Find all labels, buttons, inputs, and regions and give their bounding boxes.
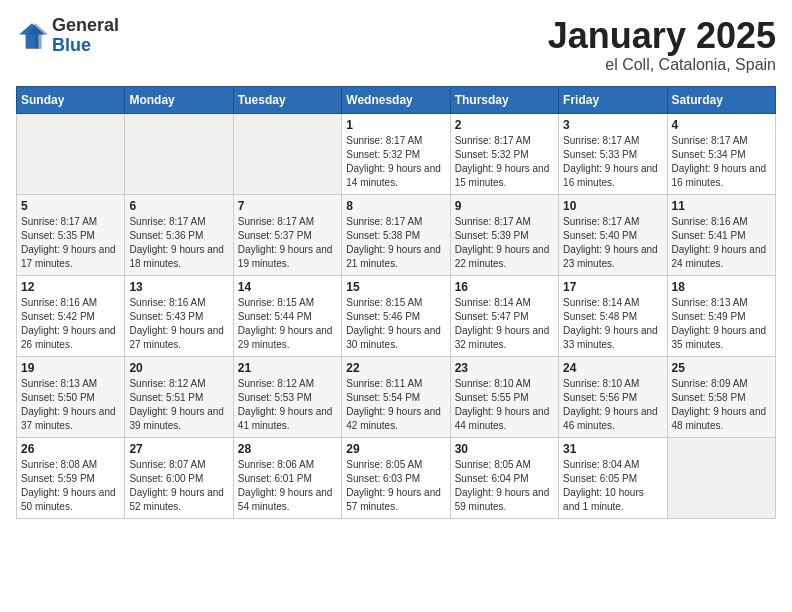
day-number: 16 [455, 280, 554, 294]
weekday-header-wednesday: Wednesday [342, 86, 450, 113]
weekday-header-row: SundayMondayTuesdayWednesdayThursdayFrid… [17, 86, 776, 113]
day-number: 20 [129, 361, 228, 375]
calendar-cell: 2Sunrise: 8:17 AMSunset: 5:32 PMDaylight… [450, 113, 558, 194]
day-info: Sunrise: 8:17 AMSunset: 5:35 PMDaylight:… [21, 215, 120, 271]
calendar-cell [17, 113, 125, 194]
page-header: General Blue January 2025 el Coll, Catal… [16, 16, 776, 74]
day-info: Sunrise: 8:05 AMSunset: 6:03 PMDaylight:… [346, 458, 445, 514]
day-info: Sunrise: 8:17 AMSunset: 5:32 PMDaylight:… [346, 134, 445, 190]
calendar-cell: 20Sunrise: 8:12 AMSunset: 5:51 PMDayligh… [125, 356, 233, 437]
day-info: Sunrise: 8:16 AMSunset: 5:41 PMDaylight:… [672, 215, 771, 271]
logo-general-text: General [52, 15, 119, 35]
calendar-week-row: 19Sunrise: 8:13 AMSunset: 5:50 PMDayligh… [17, 356, 776, 437]
day-number: 13 [129, 280, 228, 294]
weekday-header-tuesday: Tuesday [233, 86, 341, 113]
day-info: Sunrise: 8:17 AMSunset: 5:39 PMDaylight:… [455, 215, 554, 271]
calendar-cell: 28Sunrise: 8:06 AMSunset: 6:01 PMDayligh… [233, 437, 341, 518]
calendar-cell: 5Sunrise: 8:17 AMSunset: 5:35 PMDaylight… [17, 194, 125, 275]
calendar-cell: 24Sunrise: 8:10 AMSunset: 5:56 PMDayligh… [559, 356, 667, 437]
day-number: 30 [455, 442, 554, 456]
calendar-cell: 23Sunrise: 8:10 AMSunset: 5:55 PMDayligh… [450, 356, 558, 437]
day-number: 25 [672, 361, 771, 375]
calendar-week-row: 1Sunrise: 8:17 AMSunset: 5:32 PMDaylight… [17, 113, 776, 194]
calendar-title-area: January 2025 el Coll, Catalonia, Spain [548, 16, 776, 74]
day-number: 31 [563, 442, 662, 456]
day-info: Sunrise: 8:17 AMSunset: 5:38 PMDaylight:… [346, 215, 445, 271]
day-number: 2 [455, 118, 554, 132]
day-info: Sunrise: 8:17 AMSunset: 5:34 PMDaylight:… [672, 134, 771, 190]
day-info: Sunrise: 8:12 AMSunset: 5:53 PMDaylight:… [238, 377, 337, 433]
logo-blue-text: Blue [52, 35, 91, 55]
calendar-cell: 3Sunrise: 8:17 AMSunset: 5:33 PMDaylight… [559, 113, 667, 194]
calendar-week-row: 5Sunrise: 8:17 AMSunset: 5:35 PMDaylight… [17, 194, 776, 275]
calendar-cell: 25Sunrise: 8:09 AMSunset: 5:58 PMDayligh… [667, 356, 775, 437]
day-number: 29 [346, 442, 445, 456]
day-info: Sunrise: 8:17 AMSunset: 5:37 PMDaylight:… [238, 215, 337, 271]
day-number: 21 [238, 361, 337, 375]
day-info: Sunrise: 8:14 AMSunset: 5:48 PMDaylight:… [563, 296, 662, 352]
calendar-cell: 17Sunrise: 8:14 AMSunset: 5:48 PMDayligh… [559, 275, 667, 356]
weekday-header-monday: Monday [125, 86, 233, 113]
day-info: Sunrise: 8:08 AMSunset: 5:59 PMDaylight:… [21, 458, 120, 514]
calendar-week-row: 12Sunrise: 8:16 AMSunset: 5:42 PMDayligh… [17, 275, 776, 356]
calendar-month-title: January 2025 [548, 16, 776, 56]
day-number: 10 [563, 199, 662, 213]
day-info: Sunrise: 8:06 AMSunset: 6:01 PMDaylight:… [238, 458, 337, 514]
weekday-header-saturday: Saturday [667, 86, 775, 113]
day-info: Sunrise: 8:17 AMSunset: 5:32 PMDaylight:… [455, 134, 554, 190]
calendar-cell: 22Sunrise: 8:11 AMSunset: 5:54 PMDayligh… [342, 356, 450, 437]
day-info: Sunrise: 8:11 AMSunset: 5:54 PMDaylight:… [346, 377, 445, 433]
day-info: Sunrise: 8:13 AMSunset: 5:49 PMDaylight:… [672, 296, 771, 352]
day-info: Sunrise: 8:09 AMSunset: 5:58 PMDaylight:… [672, 377, 771, 433]
day-number: 22 [346, 361, 445, 375]
day-number: 11 [672, 199, 771, 213]
calendar-cell: 18Sunrise: 8:13 AMSunset: 5:49 PMDayligh… [667, 275, 775, 356]
day-number: 26 [21, 442, 120, 456]
calendar-cell: 14Sunrise: 8:15 AMSunset: 5:44 PMDayligh… [233, 275, 341, 356]
day-number: 4 [672, 118, 771, 132]
day-info: Sunrise: 8:05 AMSunset: 6:04 PMDaylight:… [455, 458, 554, 514]
calendar-cell: 11Sunrise: 8:16 AMSunset: 5:41 PMDayligh… [667, 194, 775, 275]
weekday-header-friday: Friday [559, 86, 667, 113]
day-number: 28 [238, 442, 337, 456]
day-number: 5 [21, 199, 120, 213]
calendar-week-row: 26Sunrise: 8:08 AMSunset: 5:59 PMDayligh… [17, 437, 776, 518]
calendar-cell: 12Sunrise: 8:16 AMSunset: 5:42 PMDayligh… [17, 275, 125, 356]
day-info: Sunrise: 8:17 AMSunset: 5:40 PMDaylight:… [563, 215, 662, 271]
day-number: 8 [346, 199, 445, 213]
calendar-cell: 10Sunrise: 8:17 AMSunset: 5:40 PMDayligh… [559, 194, 667, 275]
calendar-cell: 30Sunrise: 8:05 AMSunset: 6:04 PMDayligh… [450, 437, 558, 518]
calendar-cell: 6Sunrise: 8:17 AMSunset: 5:36 PMDaylight… [125, 194, 233, 275]
day-number: 24 [563, 361, 662, 375]
calendar-cell: 1Sunrise: 8:17 AMSunset: 5:32 PMDaylight… [342, 113, 450, 194]
day-number: 6 [129, 199, 228, 213]
calendar-cell: 4Sunrise: 8:17 AMSunset: 5:34 PMDaylight… [667, 113, 775, 194]
calendar-location: el Coll, Catalonia, Spain [548, 56, 776, 74]
calendar-cell: 9Sunrise: 8:17 AMSunset: 5:39 PMDaylight… [450, 194, 558, 275]
calendar-cell [125, 113, 233, 194]
logo-icon [16, 20, 48, 52]
calendar-cell: 7Sunrise: 8:17 AMSunset: 5:37 PMDaylight… [233, 194, 341, 275]
day-number: 19 [21, 361, 120, 375]
calendar-cell: 21Sunrise: 8:12 AMSunset: 5:53 PMDayligh… [233, 356, 341, 437]
day-info: Sunrise: 8:14 AMSunset: 5:47 PMDaylight:… [455, 296, 554, 352]
day-number: 17 [563, 280, 662, 294]
day-info: Sunrise: 8:17 AMSunset: 5:36 PMDaylight:… [129, 215, 228, 271]
day-info: Sunrise: 8:16 AMSunset: 5:42 PMDaylight:… [21, 296, 120, 352]
calendar-cell: 27Sunrise: 8:07 AMSunset: 6:00 PMDayligh… [125, 437, 233, 518]
day-info: Sunrise: 8:13 AMSunset: 5:50 PMDaylight:… [21, 377, 120, 433]
calendar-table: SundayMondayTuesdayWednesdayThursdayFrid… [16, 86, 776, 519]
day-number: 1 [346, 118, 445, 132]
calendar-cell [667, 437, 775, 518]
calendar-cell [233, 113, 341, 194]
day-number: 15 [346, 280, 445, 294]
calendar-cell: 29Sunrise: 8:05 AMSunset: 6:03 PMDayligh… [342, 437, 450, 518]
day-info: Sunrise: 8:15 AMSunset: 5:46 PMDaylight:… [346, 296, 445, 352]
day-number: 18 [672, 280, 771, 294]
day-number: 12 [21, 280, 120, 294]
day-info: Sunrise: 8:10 AMSunset: 5:56 PMDaylight:… [563, 377, 662, 433]
calendar-cell: 19Sunrise: 8:13 AMSunset: 5:50 PMDayligh… [17, 356, 125, 437]
day-info: Sunrise: 8:15 AMSunset: 5:44 PMDaylight:… [238, 296, 337, 352]
day-info: Sunrise: 8:17 AMSunset: 5:33 PMDaylight:… [563, 134, 662, 190]
day-number: 7 [238, 199, 337, 213]
